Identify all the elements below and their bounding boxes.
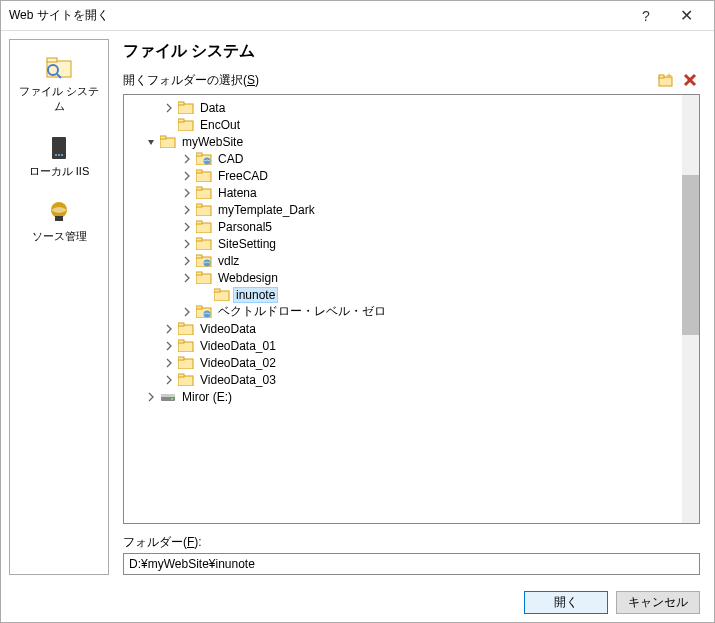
help-icon: ? bbox=[642, 8, 650, 24]
tree-item-label: CAD bbox=[215, 152, 246, 166]
tree-row[interactable]: vdlz bbox=[126, 252, 697, 269]
close-icon: ✕ bbox=[680, 6, 693, 25]
svg-rect-39 bbox=[214, 289, 220, 292]
tree-row[interactable]: myTemplate_Dark bbox=[126, 201, 697, 218]
tree-row[interactable]: VideoData_03 bbox=[126, 371, 697, 388]
tree-row[interactable]: Hatena bbox=[126, 184, 697, 201]
folder-icon bbox=[196, 237, 212, 251]
chevron-right-icon[interactable] bbox=[180, 305, 194, 319]
chevron-right-icon[interactable] bbox=[180, 186, 194, 200]
tree-row[interactable]: Parsonal5 bbox=[126, 218, 697, 235]
tree-row[interactable]: Data bbox=[126, 99, 697, 116]
tree-item-label: Miror (E:) bbox=[179, 390, 235, 404]
tree-item-label: VideoData_03 bbox=[197, 373, 279, 387]
tree-item-label: vdlz bbox=[215, 254, 242, 268]
folder-icon bbox=[178, 101, 194, 115]
new-folder-button[interactable] bbox=[656, 70, 676, 90]
chevron-right-icon[interactable] bbox=[180, 203, 194, 217]
folder-path-input[interactable] bbox=[123, 553, 700, 575]
chevron-right-icon[interactable] bbox=[162, 339, 176, 353]
folder-icon bbox=[178, 118, 194, 132]
folder-icon bbox=[160, 135, 176, 149]
svg-rect-48 bbox=[178, 357, 184, 360]
scrollbar-track[interactable] bbox=[682, 95, 699, 523]
close-button[interactable]: ✕ bbox=[666, 2, 706, 30]
dialog-window: Web サイトを開く ? ✕ ファイル システム bbox=[0, 0, 715, 623]
delete-button[interactable] bbox=[680, 70, 700, 90]
svg-rect-28 bbox=[196, 204, 202, 207]
svg-rect-9 bbox=[55, 216, 63, 221]
button-row: 開く キャンセル bbox=[1, 583, 714, 622]
iis-icon bbox=[43, 134, 75, 162]
delete-x-icon bbox=[683, 73, 697, 87]
tree-item-label: VideoData bbox=[197, 322, 259, 336]
folder-icon bbox=[196, 186, 212, 200]
webfolder-icon bbox=[196, 305, 212, 319]
folder-icon bbox=[214, 288, 230, 302]
chevron-right-icon[interactable] bbox=[162, 101, 176, 115]
tree-row[interactable]: VideoData_01 bbox=[126, 337, 697, 354]
tree-item-label: Parsonal5 bbox=[215, 220, 275, 234]
main-title: ファイル システム bbox=[123, 41, 700, 62]
svg-point-5 bbox=[55, 154, 57, 156]
sidebar-item-iis[interactable]: ローカル IIS bbox=[14, 128, 104, 185]
tree-row[interactable]: Webdesign bbox=[126, 269, 697, 286]
svg-rect-1 bbox=[47, 58, 57, 62]
window-title: Web サイトを開く bbox=[9, 7, 626, 24]
tree-row[interactable]: ベクトルドロー・レベル・ゼロ bbox=[126, 303, 697, 320]
tree-item-label: myWebSite bbox=[179, 135, 246, 149]
chevron-right-icon[interactable] bbox=[162, 356, 176, 370]
tree-row[interactable]: EncOut bbox=[126, 116, 697, 133]
tree-item-label: Webdesign bbox=[215, 271, 281, 285]
tree-item-label: VideoData_02 bbox=[197, 356, 279, 370]
folder-tree[interactable]: DataEncOutmyWebSiteCADFreeCADHatenamyTem… bbox=[124, 95, 699, 409]
tree-row[interactable]: myWebSite bbox=[126, 133, 697, 150]
drive-icon bbox=[160, 390, 176, 404]
dialog-body: ファイル システム ローカル IIS bbox=[1, 31, 714, 583]
svg-rect-46 bbox=[178, 340, 184, 343]
tree-row[interactable]: Miror (E:) bbox=[126, 388, 697, 405]
tree-row[interactable]: CAD bbox=[126, 150, 697, 167]
sidebar-item-filesystem[interactable]: ファイル システム bbox=[14, 48, 104, 120]
sidebar-item-source[interactable]: ソース管理 bbox=[14, 193, 104, 250]
cancel-button[interactable]: キャンセル bbox=[616, 591, 700, 614]
svg-rect-11 bbox=[659, 75, 664, 78]
chevron-down-icon[interactable] bbox=[144, 135, 158, 149]
svg-rect-17 bbox=[178, 119, 184, 122]
main-panel: ファイル システム 開くフォルダーの選択(S) bbox=[109, 31, 714, 583]
svg-rect-24 bbox=[196, 170, 202, 173]
sidebar-label: ローカル IIS bbox=[29, 164, 90, 179]
sidebar: ファイル システム ローカル IIS bbox=[9, 39, 109, 575]
tree-item-label: EncOut bbox=[197, 118, 243, 132]
svg-rect-26 bbox=[196, 187, 202, 190]
tree-row[interactable]: FreeCAD bbox=[126, 167, 697, 184]
tree-item-label: FreeCAD bbox=[215, 169, 271, 183]
folder-icon bbox=[196, 220, 212, 234]
folder-icon bbox=[196, 271, 212, 285]
tree-row[interactable]: inunote bbox=[126, 286, 697, 303]
tree-item-label: SiteSetting bbox=[215, 237, 279, 251]
folder-icon bbox=[196, 169, 212, 183]
open-button[interactable]: 開く bbox=[524, 591, 608, 614]
svg-rect-44 bbox=[178, 323, 184, 326]
source-icon bbox=[43, 199, 75, 227]
help-button[interactable]: ? bbox=[626, 2, 666, 30]
scrollbar-thumb[interactable] bbox=[682, 175, 699, 335]
chevron-right-icon[interactable] bbox=[144, 390, 158, 404]
filesystem-icon bbox=[43, 54, 75, 82]
sidebar-label: ソース管理 bbox=[32, 229, 87, 244]
titlebar: Web サイトを開く ? ✕ bbox=[1, 1, 714, 31]
chevron-right-icon[interactable] bbox=[180, 152, 194, 166]
tree-row[interactable]: SiteSetting bbox=[126, 235, 697, 252]
tree-row[interactable]: VideoData bbox=[126, 320, 697, 337]
folder-icon bbox=[196, 203, 212, 217]
chevron-right-icon[interactable] bbox=[180, 169, 194, 183]
chevron-right-icon[interactable] bbox=[162, 373, 176, 387]
chevron-right-icon[interactable] bbox=[180, 271, 194, 285]
chevron-right-icon[interactable] bbox=[180, 220, 194, 234]
chevron-right-icon[interactable] bbox=[180, 237, 194, 251]
svg-rect-52 bbox=[161, 394, 175, 397]
tree-row[interactable]: VideoData_02 bbox=[126, 354, 697, 371]
chevron-right-icon[interactable] bbox=[162, 322, 176, 336]
chevron-right-icon[interactable] bbox=[180, 254, 194, 268]
